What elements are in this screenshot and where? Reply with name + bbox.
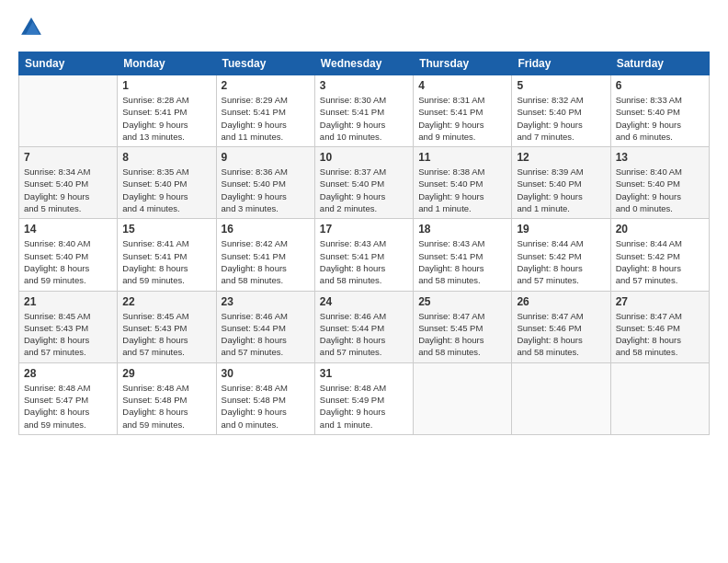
day-info: Sunrise: 8:32 AM Sunset: 5:40 PM Dayligh… xyxy=(517,94,605,143)
day-number: 1 xyxy=(122,79,210,92)
day-number: 5 xyxy=(517,79,605,92)
day-cell: 28Sunrise: 8:48 AM Sunset: 5:47 PM Dayli… xyxy=(19,362,118,434)
day-number: 7 xyxy=(24,151,112,164)
week-row-4: 21Sunrise: 8:45 AM Sunset: 5:43 PM Dayli… xyxy=(19,291,710,362)
day-cell: 21Sunrise: 8:45 AM Sunset: 5:43 PM Dayli… xyxy=(19,291,118,362)
day-info: Sunrise: 8:47 AM Sunset: 5:46 PM Dayligh… xyxy=(616,310,704,359)
day-cell: 11Sunrise: 8:38 AM Sunset: 5:40 PM Dayli… xyxy=(414,147,512,219)
day-cell: 14Sunrise: 8:40 AM Sunset: 5:40 PM Dayli… xyxy=(19,219,118,291)
day-number: 17 xyxy=(320,223,408,236)
weekday-header-monday: Monday xyxy=(118,52,216,75)
day-number: 18 xyxy=(418,223,506,236)
day-cell: 16Sunrise: 8:42 AM Sunset: 5:41 PM Dayli… xyxy=(216,219,314,291)
day-info: Sunrise: 8:40 AM Sunset: 5:40 PM Dayligh… xyxy=(616,166,704,214)
day-info: Sunrise: 8:46 AM Sunset: 5:44 PM Dayligh… xyxy=(320,310,408,359)
day-number: 4 xyxy=(418,79,506,92)
day-number: 14 xyxy=(24,223,112,236)
day-cell: 8Sunrise: 8:35 AM Sunset: 5:40 PM Daylig… xyxy=(118,147,216,219)
day-number: 13 xyxy=(616,151,704,164)
day-cell: 7Sunrise: 8:34 AM Sunset: 5:40 PM Daylig… xyxy=(19,147,118,219)
day-cell: 5Sunrise: 8:32 AM Sunset: 5:40 PM Daylig… xyxy=(512,75,610,147)
weekday-header-row: SundayMondayTuesdayWednesdayThursdayFrid… xyxy=(19,52,710,75)
day-info: Sunrise: 8:30 AM Sunset: 5:41 PM Dayligh… xyxy=(320,94,408,143)
day-number: 12 xyxy=(517,151,605,164)
calendar-table: SundayMondayTuesdayWednesdayThursdayFrid… xyxy=(18,52,710,435)
day-info: Sunrise: 8:44 AM Sunset: 5:42 PM Dayligh… xyxy=(517,237,605,286)
day-cell: 31Sunrise: 8:48 AM Sunset: 5:49 PM Dayli… xyxy=(314,362,413,434)
day-cell: 22Sunrise: 8:45 AM Sunset: 5:43 PM Dayli… xyxy=(118,291,216,362)
day-info: Sunrise: 8:48 AM Sunset: 5:48 PM Dayligh… xyxy=(222,382,310,431)
day-cell: 26Sunrise: 8:47 AM Sunset: 5:46 PM Dayli… xyxy=(512,291,610,362)
day-number: 23 xyxy=(222,295,310,308)
calendar-header xyxy=(18,15,710,40)
day-number: 27 xyxy=(616,295,704,308)
day-number: 31 xyxy=(320,367,408,380)
day-info: Sunrise: 8:47 AM Sunset: 5:45 PM Dayligh… xyxy=(418,310,506,359)
day-number: 6 xyxy=(616,79,704,92)
day-cell: 27Sunrise: 8:47 AM Sunset: 5:46 PM Dayli… xyxy=(610,291,709,362)
weekday-header-thursday: Thursday xyxy=(414,52,512,75)
weekday-header-saturday: Saturday xyxy=(610,52,709,75)
day-cell: 9Sunrise: 8:36 AM Sunset: 5:40 PM Daylig… xyxy=(216,147,314,219)
day-cell: 12Sunrise: 8:39 AM Sunset: 5:40 PM Dayli… xyxy=(512,147,610,219)
day-info: Sunrise: 8:38 AM Sunset: 5:40 PM Dayligh… xyxy=(418,166,506,214)
day-info: Sunrise: 8:43 AM Sunset: 5:41 PM Dayligh… xyxy=(320,237,408,286)
day-info: Sunrise: 8:45 AM Sunset: 5:43 PM Dayligh… xyxy=(24,310,112,359)
day-number: 19 xyxy=(517,223,605,236)
week-row-1: 1Sunrise: 8:28 AM Sunset: 5:41 PM Daylig… xyxy=(19,75,710,147)
day-number: 28 xyxy=(24,367,112,380)
day-cell: 2Sunrise: 8:29 AM Sunset: 5:41 PM Daylig… xyxy=(216,75,314,147)
calendar-container: SundayMondayTuesdayWednesdayThursdayFrid… xyxy=(0,0,728,444)
weekday-header-wednesday: Wednesday xyxy=(314,52,413,75)
day-cell: 1Sunrise: 8:28 AM Sunset: 5:41 PM Daylig… xyxy=(118,75,216,147)
day-info: Sunrise: 8:44 AM Sunset: 5:42 PM Dayligh… xyxy=(616,237,704,286)
day-number: 20 xyxy=(616,223,704,236)
day-info: Sunrise: 8:28 AM Sunset: 5:41 PM Dayligh… xyxy=(122,94,210,143)
day-cell: 19Sunrise: 8:44 AM Sunset: 5:42 PM Dayli… xyxy=(512,219,610,291)
day-cell xyxy=(512,362,610,434)
day-number: 21 xyxy=(24,295,112,308)
day-number: 15 xyxy=(122,223,210,236)
day-cell: 13Sunrise: 8:40 AM Sunset: 5:40 PM Dayli… xyxy=(610,147,709,219)
day-info: Sunrise: 8:37 AM Sunset: 5:40 PM Dayligh… xyxy=(320,166,408,214)
day-number: 25 xyxy=(418,295,506,308)
day-info: Sunrise: 8:29 AM Sunset: 5:41 PM Dayligh… xyxy=(222,94,310,143)
day-cell: 10Sunrise: 8:37 AM Sunset: 5:40 PM Dayli… xyxy=(314,147,413,219)
day-info: Sunrise: 8:31 AM Sunset: 5:41 PM Dayligh… xyxy=(418,94,506,143)
day-info: Sunrise: 8:41 AM Sunset: 5:41 PM Dayligh… xyxy=(122,237,210,286)
weekday-header-friday: Friday xyxy=(512,52,610,75)
day-number: 2 xyxy=(222,79,310,92)
day-info: Sunrise: 8:45 AM Sunset: 5:43 PM Dayligh… xyxy=(122,310,210,359)
day-number: 24 xyxy=(320,295,408,308)
day-info: Sunrise: 8:46 AM Sunset: 5:44 PM Dayligh… xyxy=(222,310,310,359)
day-cell: 24Sunrise: 8:46 AM Sunset: 5:44 PM Dayli… xyxy=(314,291,413,362)
day-info: Sunrise: 8:48 AM Sunset: 5:48 PM Dayligh… xyxy=(122,382,210,431)
day-number: 30 xyxy=(222,367,310,380)
day-info: Sunrise: 8:48 AM Sunset: 5:49 PM Dayligh… xyxy=(320,382,408,431)
day-cell: 30Sunrise: 8:48 AM Sunset: 5:48 PM Dayli… xyxy=(216,362,314,434)
day-cell: 3Sunrise: 8:30 AM Sunset: 5:41 PM Daylig… xyxy=(314,75,413,147)
day-number: 3 xyxy=(320,79,408,92)
weekday-header-sunday: Sunday xyxy=(19,52,118,75)
day-number: 8 xyxy=(122,151,210,164)
day-cell xyxy=(414,362,512,434)
day-cell xyxy=(610,362,709,434)
day-info: Sunrise: 8:36 AM Sunset: 5:40 PM Dayligh… xyxy=(222,166,310,214)
day-number: 22 xyxy=(122,295,210,308)
day-cell: 25Sunrise: 8:47 AM Sunset: 5:45 PM Dayli… xyxy=(414,291,512,362)
day-info: Sunrise: 8:48 AM Sunset: 5:47 PM Dayligh… xyxy=(24,382,112,431)
day-cell: 23Sunrise: 8:46 AM Sunset: 5:44 PM Dayli… xyxy=(216,291,314,362)
logo-icon xyxy=(18,15,44,40)
day-info: Sunrise: 8:40 AM Sunset: 5:40 PM Dayligh… xyxy=(24,237,112,286)
day-info: Sunrise: 8:33 AM Sunset: 5:40 PM Dayligh… xyxy=(616,94,704,143)
week-row-2: 7Sunrise: 8:34 AM Sunset: 5:40 PM Daylig… xyxy=(19,147,710,219)
day-number: 29 xyxy=(122,367,210,380)
day-info: Sunrise: 8:42 AM Sunset: 5:41 PM Dayligh… xyxy=(222,237,310,286)
day-cell: 20Sunrise: 8:44 AM Sunset: 5:42 PM Dayli… xyxy=(610,219,709,291)
day-info: Sunrise: 8:43 AM Sunset: 5:41 PM Dayligh… xyxy=(418,237,506,286)
day-info: Sunrise: 8:35 AM Sunset: 5:40 PM Dayligh… xyxy=(122,166,210,214)
week-row-5: 28Sunrise: 8:48 AM Sunset: 5:47 PM Dayli… xyxy=(19,362,710,434)
day-cell: 15Sunrise: 8:41 AM Sunset: 5:41 PM Dayli… xyxy=(118,219,216,291)
day-cell: 29Sunrise: 8:48 AM Sunset: 5:48 PM Dayli… xyxy=(118,362,216,434)
day-number: 16 xyxy=(222,223,310,236)
